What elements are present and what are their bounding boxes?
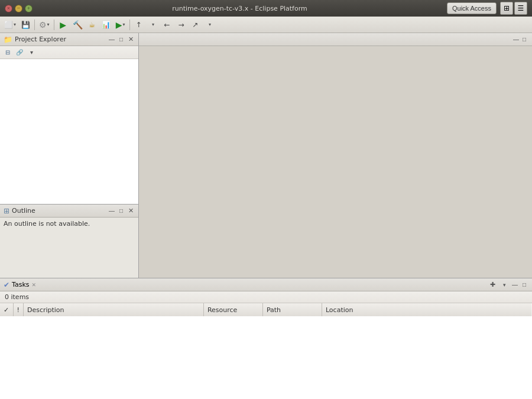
- editor-maximize[interactable]: □: [520, 35, 528, 44]
- run-ant-button[interactable]: 🔨: [71, 18, 85, 31]
- new-icon: ⬜: [4, 21, 13, 29]
- back-dropdown-button[interactable]: ▾: [147, 18, 160, 31]
- window-title: runtime-oxygen-tc-v3.x - Eclipse Platfor…: [36, 5, 443, 12]
- col-check: ✓: [0, 303, 13, 316]
- project-explorer-toolbar: ⊟ 🔗 ▾: [0, 46, 138, 59]
- tasks-count-bar: 0 items: [0, 291, 532, 303]
- forward-dropdown-arrow: ▾: [209, 22, 211, 27]
- editor-area: — □: [139, 33, 532, 278]
- run-java-icon: ☕: [89, 21, 95, 29]
- perspective-btn-1[interactable]: ⊞: [500, 2, 513, 15]
- titlebar: × − + runtime-oxygen-tc-v3.x - Eclipse P…: [0, 0, 532, 17]
- quick-access-button[interactable]: Quick Access: [447, 2, 497, 14]
- new-dropdown-arrow: ▾: [14, 22, 16, 27]
- toolbar-separator-2: [54, 20, 54, 30]
- view-menu-icon: ▾: [30, 49, 33, 56]
- project-explorer-minimize[interactable]: —: [108, 35, 116, 44]
- tasks-header-row: ✓ ! Description Resource Path Location: [0, 303, 532, 316]
- outline-minimize[interactable]: —: [108, 207, 116, 215]
- tasks-maximize[interactable]: □: [520, 281, 528, 289]
- outline-title: Outline: [12, 207, 105, 215]
- window-controls: × − +: [5, 5, 33, 12]
- forward-button[interactable]: ↗: [189, 18, 202, 31]
- new-button[interactable]: ⬜ ▾: [2, 18, 18, 31]
- link-with-editor-button[interactable]: 🔗: [14, 47, 25, 58]
- back-icon: ↑: [136, 21, 142, 29]
- tasks-table-container: ✓ ! Description Resource Path Location: [0, 303, 532, 399]
- main-toolbar: ⬜ ▾ 💾 ⚙ ▾ ▶ 🔨 ☕ 📊 ▶ ▾ ↑ ▾ ← → ↗ ▾: [0, 17, 532, 33]
- project-explorer-title: Project Explorer: [15, 35, 105, 43]
- project-explorer-content: [0, 59, 138, 204]
- tasks-count-label: 0 items: [5, 293, 29, 301]
- coverage-button[interactable]: 📊: [100, 18, 113, 31]
- run-button[interactable]: ▶: [57, 18, 70, 31]
- tools-icon: ⚙: [39, 20, 47, 30]
- toolbar-separator-3: [129, 20, 130, 30]
- outline-icon: ⊞: [4, 207, 9, 215]
- main-layout: 📁 Project Explorer — □ ✕ ⊟ 🔗: [0, 33, 532, 399]
- middle-area: 📁 Project Explorer — □ ✕ ⊟ 🔗: [0, 33, 532, 278]
- outline-content: An outline is not available.: [0, 218, 138, 278]
- project-explorer-maximize[interactable]: □: [117, 35, 125, 44]
- outline-maximize[interactable]: □: [117, 207, 125, 215]
- maximize-button[interactable]: +: [25, 5, 33, 12]
- project-explorer-panel: 📁 Project Explorer — □ ✕ ⊟ 🔗: [0, 33, 138, 205]
- link-with-editor-icon: 🔗: [16, 49, 23, 56]
- perspective-buttons: ⊞ ☰: [500, 2, 527, 15]
- outline-panel: ⊞ Outline — □ ✕ An outline is not availa…: [0, 205, 138, 278]
- col-resource: Resource: [203, 303, 262, 316]
- tasks-minimize[interactable]: —: [511, 281, 519, 289]
- tasks-icon: ✔: [4, 281, 9, 289]
- project-explorer-close[interactable]: ✕: [126, 35, 135, 44]
- collapse-all-button[interactable]: ⊟: [2, 47, 13, 58]
- view-menu-button[interactable]: ▾: [26, 47, 37, 58]
- back-dropdown-arrow: ▾: [152, 22, 154, 27]
- tasks-title: Tasks: [12, 281, 29, 288]
- external-tools-button[interactable]: ⚙ ▾: [37, 18, 51, 31]
- next-button[interactable]: →: [175, 18, 188, 31]
- check-col-icon: ✓: [4, 306, 9, 314]
- tasks-add-button[interactable]: ✚: [487, 280, 498, 290]
- forward-dropdown-button[interactable]: ▾: [203, 18, 216, 31]
- outline-header: ⊞ Outline — □ ✕: [0, 205, 138, 218]
- next-icon: →: [179, 21, 184, 29]
- save-icon: 💾: [21, 21, 30, 29]
- project-explorer-header: 📁 Project Explorer — □ ✕: [0, 33, 138, 46]
- run-dropdown-button[interactable]: ▶ ▾: [114, 18, 127, 31]
- coverage-icon: 📊: [102, 21, 111, 29]
- project-explorer-controls: — □ ✕: [108, 35, 135, 44]
- col-priority: !: [13, 303, 23, 316]
- collapse-all-icon: ⊟: [5, 49, 10, 56]
- perspective-btn-2[interactable]: ☰: [514, 2, 527, 15]
- priority-col-icon: !: [17, 306, 20, 314]
- tasks-panel: ✔ Tasks ✕ ✚ ▾ — □ 0 items ✓: [0, 278, 532, 399]
- run-dropdown-arrow: ▾: [122, 22, 125, 27]
- left-panel: 📁 Project Explorer — □ ✕ ⊟ 🔗: [0, 33, 139, 278]
- outline-message: An outline is not available.: [4, 220, 90, 228]
- col-description: Description: [23, 303, 203, 316]
- tasks-header: ✔ Tasks ✕ ✚ ▾ — □: [0, 278, 532, 291]
- run-ant-icon: 🔨: [73, 20, 83, 30]
- outline-close[interactable]: ✕: [126, 207, 135, 215]
- forward-icon: ↗: [193, 21, 199, 29]
- tasks-close-marker: ✕: [32, 282, 37, 288]
- back-button[interactable]: ↑: [132, 18, 145, 31]
- save-button[interactable]: 💾: [19, 18, 32, 31]
- run-java-button[interactable]: ☕: [86, 18, 99, 31]
- tasks-header-right: ✚ ▾ — □: [487, 280, 528, 290]
- outline-controls: — □ ✕: [108, 207, 135, 215]
- editor-minimize[interactable]: —: [512, 35, 520, 44]
- project-explorer-icon: 📁: [4, 35, 12, 44]
- prev-icon: ←: [164, 21, 170, 29]
- col-location: Location: [322, 303, 532, 316]
- run-icon: ▶: [60, 20, 66, 30]
- close-button[interactable]: ×: [5, 5, 12, 12]
- editor-header: — □: [139, 33, 532, 46]
- editor-main-area: [139, 46, 532, 278]
- run-dropdown-icon: ▶: [116, 20, 122, 30]
- prev-button[interactable]: ←: [161, 18, 174, 31]
- tasks-view-menu-button[interactable]: ▾: [499, 280, 510, 290]
- minimize-button[interactable]: −: [15, 5, 22, 12]
- toolbar-separator-1: [34, 20, 35, 30]
- tools-dropdown-arrow: ▾: [47, 22, 50, 27]
